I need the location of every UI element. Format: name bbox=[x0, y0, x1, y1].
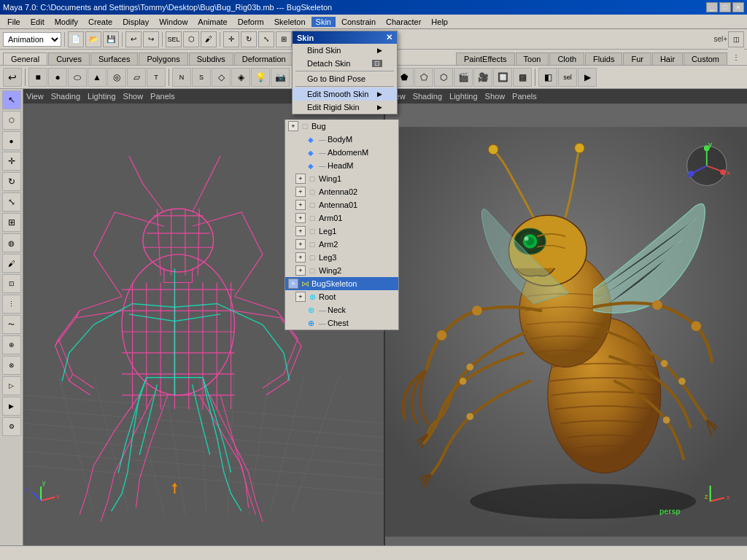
tab-polygons[interactable]: Polygons bbox=[139, 52, 187, 65]
vp-panels-left[interactable]: Panels bbox=[150, 92, 175, 101]
vp-lighting-right[interactable]: Lighting bbox=[449, 92, 478, 101]
shelf-icon-1[interactable]: ↩ bbox=[3, 68, 22, 87]
menu-constrain[interactable]: Constrain bbox=[337, 17, 380, 27]
shelf-nurbs[interactable]: N bbox=[172, 68, 191, 87]
shelf-torus[interactable]: ◎ bbox=[107, 68, 126, 87]
shelf-camera[interactable]: 📷 bbox=[271, 68, 290, 87]
shelf-nurbs4[interactable]: ◈ bbox=[231, 68, 250, 87]
shelf-deform3[interactable]: ⬡ bbox=[434, 68, 453, 87]
menu-help[interactable]: Help bbox=[427, 17, 452, 27]
tree-item-arm01[interactable]: + □ Arm01 bbox=[285, 211, 398, 225]
shelf-cube[interactable]: ■ bbox=[28, 68, 47, 87]
snap-to-view[interactable]: ⊗ bbox=[2, 356, 21, 375]
tab-hair[interactable]: Hair bbox=[652, 52, 683, 65]
scale-tool-left[interactable]: ⤡ bbox=[2, 192, 21, 211]
arm2-expand[interactable]: + bbox=[295, 239, 306, 249]
shelf-render3[interactable]: 🔲 bbox=[493, 68, 512, 87]
shelf-nurbs3[interactable]: ◇ bbox=[212, 68, 231, 87]
snap-to-curve[interactable]: 〜 bbox=[2, 315, 21, 334]
menu-animate[interactable]: Animate bbox=[193, 17, 231, 27]
select-tool[interactable]: SEL bbox=[166, 31, 182, 47]
bugskel-expand[interactable]: + bbox=[288, 279, 298, 289]
tree-item-arm2[interactable]: + □ Arm2 bbox=[285, 238, 398, 251]
snap-to-grid[interactable]: ⋮ bbox=[2, 295, 21, 314]
antenna01-expand[interactable]: + bbox=[295, 200, 306, 210]
shelf-render4[interactable]: ▩ bbox=[513, 68, 532, 87]
select-tool-left[interactable]: ↖ bbox=[2, 90, 21, 109]
vp-shading-right[interactable]: Shading bbox=[413, 92, 442, 101]
minimize-button[interactable]: _ bbox=[706, 2, 718, 12]
shelf-extra2[interactable]: sel bbox=[558, 68, 577, 87]
tab-cloth[interactable]: Cloth bbox=[549, 52, 584, 65]
rotate-tool[interactable]: ↻ bbox=[241, 31, 257, 47]
go-to-bind-pose-item[interactable]: Go to Bind Pose bbox=[293, 72, 397, 85]
tree-item-antenna01[interactable]: + □ Antenna01 bbox=[285, 198, 398, 211]
paint-select-tool[interactable]: 🖌 bbox=[201, 31, 217, 47]
vp-shading-left[interactable]: Shading bbox=[51, 92, 80, 101]
menu-edit[interactable]: Edit bbox=[26, 17, 49, 27]
tab-fluids[interactable]: Fluids bbox=[585, 52, 622, 65]
shelf-options[interactable]: ⋮ bbox=[728, 49, 744, 65]
skin-menu-close[interactable]: ✕ bbox=[386, 33, 392, 42]
lasso-tool[interactable]: ⬡ bbox=[183, 31, 199, 47]
tab-general[interactable]: General bbox=[3, 52, 47, 65]
transform-left[interactable]: ⊞ bbox=[2, 213, 21, 232]
bind-skin-item[interactable]: Bind Skin ▶ bbox=[293, 44, 397, 57]
tree-item-bugskeleton[interactable]: + ⋈ BugSkeleton bbox=[285, 277, 398, 290]
tree-item-wing1[interactable]: + □ Wing1 bbox=[285, 172, 398, 185]
menu-character[interactable]: Character bbox=[382, 17, 425, 27]
root-expand[interactable]: + bbox=[295, 292, 306, 302]
undo-button[interactable]: ↩ bbox=[125, 31, 142, 47]
select-options[interactable]: ◫ bbox=[728, 31, 744, 47]
close-button[interactable]: × bbox=[732, 2, 744, 12]
save-scene-button[interactable]: 💾 bbox=[103, 31, 119, 47]
arm01-expand[interactable]: + bbox=[295, 213, 306, 223]
snap-to-point[interactable]: ⊕ bbox=[2, 335, 21, 354]
menu-file[interactable]: File bbox=[3, 17, 25, 27]
tab-subdivs[interactable]: Subdivs bbox=[189, 52, 233, 65]
tree-item-bodym[interactable]: ◆ — BodyM bbox=[285, 133, 398, 146]
maximize-button[interactable]: □ bbox=[719, 2, 731, 12]
bug-expand-btn[interactable]: + bbox=[288, 121, 298, 131]
menu-skeleton[interactable]: Skeleton bbox=[270, 17, 310, 27]
shelf-light[interactable]: 💡 bbox=[251, 68, 270, 87]
tree-item-bug[interactable]: + □ Bug bbox=[285, 120, 398, 133]
animation-mode-dropdown[interactable]: Animation Polygons Rendering bbox=[3, 32, 61, 47]
tree-item-headm[interactable]: ◆ — HeadM bbox=[285, 159, 398, 172]
vp-show-left[interactable]: Show bbox=[123, 92, 144, 101]
edit-rigid-skin-item[interactable]: Edit Rigid Skin ▶ bbox=[293, 101, 397, 114]
tree-item-chest[interactable]: ⊕ — Chest bbox=[285, 316, 398, 330]
wing2-expand[interactable]: + bbox=[295, 265, 306, 276]
wing1-expand[interactable]: + bbox=[295, 174, 306, 184]
soft-mod-left[interactable]: ◍ bbox=[2, 233, 21, 252]
leg3-expand[interactable]: + bbox=[295, 252, 306, 262]
sculpt-left[interactable]: 🖌 bbox=[2, 254, 21, 273]
shelf-nurbs2[interactable]: S bbox=[192, 68, 211, 87]
edit-smooth-skin-item[interactable]: Edit Smooth Skin ▶ bbox=[293, 88, 397, 101]
tree-item-antenna02[interactable]: + □ Antenna02 bbox=[285, 185, 398, 198]
vp-lighting-left[interactable]: Lighting bbox=[88, 92, 116, 101]
detach-skin-item[interactable]: Detach Skin ⊡ bbox=[293, 57, 397, 70]
menu-deform[interactable]: Deform bbox=[233, 17, 268, 27]
lasso-tool-left[interactable]: ⬡ bbox=[2, 111, 21, 130]
shelf-render2[interactable]: 🎥 bbox=[473, 68, 492, 87]
tree-item-root[interactable]: + ⊛ Root bbox=[285, 290, 398, 303]
shelf-plane[interactable]: ▱ bbox=[127, 68, 146, 87]
tree-item-abdomenm[interactable]: ◆ — AbdomenM bbox=[285, 146, 398, 159]
shelf-text[interactable]: T bbox=[147, 68, 166, 87]
vp-view-left[interactable]: View bbox=[26, 92, 44, 101]
tool-settings[interactable]: ⚙ bbox=[2, 417, 21, 436]
vp-show-right[interactable]: Show bbox=[485, 92, 506, 101]
tab-painteffects[interactable]: PaintEffects bbox=[456, 52, 515, 65]
new-scene-button[interactable]: 📄 bbox=[68, 31, 84, 47]
viewport-right-body[interactable]: x y z x z persp bbox=[385, 104, 747, 560]
transform-tool[interactable]: ⊞ bbox=[276, 31, 292, 47]
menu-window[interactable]: Window bbox=[155, 17, 192, 27]
tab-toon[interactable]: Toon bbox=[516, 52, 549, 65]
leg1-expand[interactable]: + bbox=[295, 226, 306, 236]
antenna02-expand[interactable]: + bbox=[295, 187, 306, 197]
show-manip-left[interactable]: ⊡ bbox=[2, 274, 21, 293]
move-tool-left[interactable]: ✛ bbox=[2, 152, 21, 171]
tree-item-neck[interactable]: ⊛ — Neck bbox=[285, 303, 398, 316]
tab-custom[interactable]: Custom bbox=[684, 52, 727, 65]
